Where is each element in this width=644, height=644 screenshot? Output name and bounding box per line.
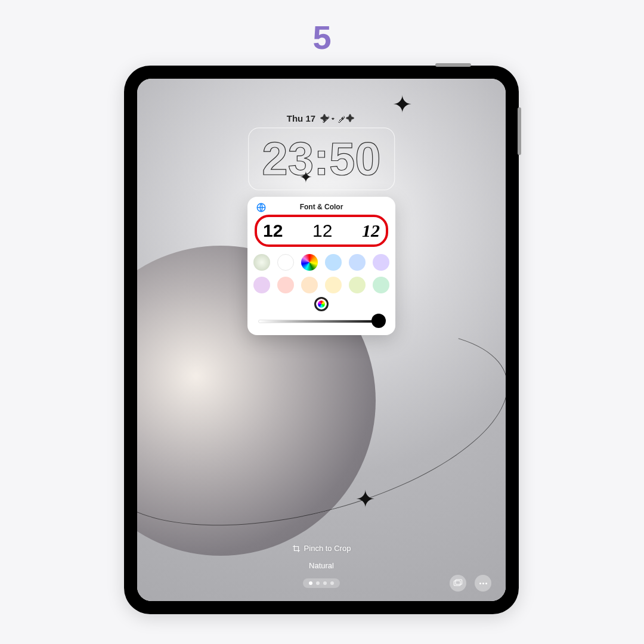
popover-title: Font & Color xyxy=(300,203,343,211)
pinch-to-crop-hint: Pinch to Crop xyxy=(292,544,351,553)
font-option-2[interactable]: 12 xyxy=(312,221,332,241)
color-swatch[interactable] xyxy=(349,277,366,293)
color-picker-button[interactable] xyxy=(314,297,329,311)
font-color-popover: Font & Color 12 12 12 xyxy=(247,197,395,335)
color-swatch-grid xyxy=(255,254,388,293)
date-widget[interactable]: Thu 17 ✦༘⋆ ⋆༘✦ xyxy=(137,113,506,123)
color-swatch[interactable] xyxy=(325,254,342,271)
step-number: 5 xyxy=(312,18,331,57)
color-swatch-rainbow[interactable] xyxy=(301,254,318,271)
pager-dot xyxy=(309,581,312,585)
date-text: Thu 17 xyxy=(287,113,315,123)
brightness-slider[interactable] xyxy=(258,317,385,326)
globe-icon[interactable] xyxy=(256,202,267,213)
power-button xyxy=(435,63,471,67)
pager-dot xyxy=(316,581,320,585)
color-swatch[interactable] xyxy=(349,254,366,271)
photos-button[interactable] xyxy=(450,575,466,592)
color-swatch[interactable] xyxy=(253,277,270,293)
color-swatch[interactable] xyxy=(373,277,389,293)
color-swatch[interactable] xyxy=(277,277,294,293)
wallpaper-pager[interactable] xyxy=(303,578,340,588)
more-button[interactable] xyxy=(475,575,491,592)
crop-icon xyxy=(292,544,301,553)
sparkle-icon: ✦ xyxy=(355,485,376,513)
slider-track xyxy=(258,320,385,323)
svg-rect-1 xyxy=(454,581,460,586)
style-label: Natural xyxy=(309,561,334,570)
font-options-highlight: 12 12 12 xyxy=(255,215,388,247)
pager-dot xyxy=(323,581,327,585)
clock-time: 23:50 xyxy=(262,132,381,186)
slider-thumb[interactable] xyxy=(371,314,386,328)
color-swatch[interactable] xyxy=(277,254,294,271)
color-swatch[interactable] xyxy=(373,254,389,271)
color-swatch[interactable] xyxy=(325,277,342,293)
date-decoration: ✦༘⋆ ⋆༘✦ xyxy=(320,113,356,123)
volume-button xyxy=(518,107,521,155)
svg-rect-2 xyxy=(456,580,462,584)
lockscreen: ✦ ✦ ✦ Thu 17 ✦༘⋆ ⋆༘✦ 23:50 Font & Color … xyxy=(137,79,506,601)
color-swatch[interactable] xyxy=(253,254,270,271)
clock-widget-selected[interactable]: 23:50 xyxy=(248,128,395,190)
pager-dot xyxy=(330,581,334,585)
ellipsis-icon xyxy=(479,583,487,584)
ipad-device-frame: ✦ ✦ ✦ Thu 17 ✦༘⋆ ⋆༘✦ 23:50 Font & Color … xyxy=(124,66,519,614)
color-swatch[interactable] xyxy=(301,277,318,293)
hint-text: Pinch to Crop xyxy=(304,544,351,553)
font-option-1[interactable]: 12 xyxy=(263,221,283,241)
font-option-3[interactable]: 12 xyxy=(362,221,380,241)
